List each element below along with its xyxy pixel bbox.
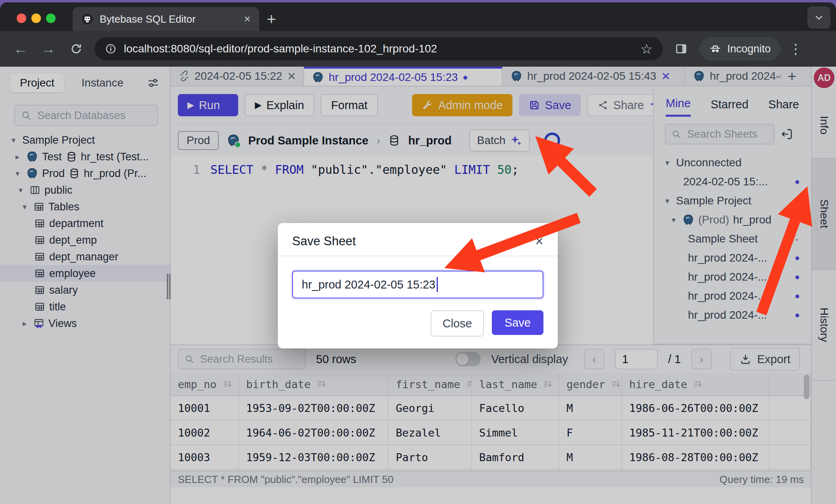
side-panel-icon[interactable] <box>675 42 688 55</box>
traffic-minimize-button[interactable] <box>31 13 41 23</box>
incognito-label: Incognito <box>727 43 771 55</box>
close-tab-icon[interactable]: × <box>244 13 250 25</box>
chevron-down-icon <box>813 12 824 23</box>
browser-navbar: ← → localhost:8080/sql-editor/prod-sampl… <box>0 31 836 67</box>
tab-search-button[interactable] <box>807 6 830 29</box>
bytebase-app: Project Instance ▾ Sample Project ▸ Test <box>0 67 836 504</box>
dialog-close-icon[interactable]: × <box>535 235 543 247</box>
url-text: localhost:8080/sql-editor/prod-sample-in… <box>124 42 437 55</box>
bytebase-favicon-icon <box>81 13 93 25</box>
save-sheet-dialog: Save Sheet × Close Save <box>278 223 558 348</box>
traffic-close-button[interactable] <box>17 13 26 23</box>
browser-chrome: Bytebase SQL Editor × + ← → localhost:80… <box>0 0 836 67</box>
back-button[interactable]: ← <box>13 40 28 57</box>
new-browser-tab-button[interactable]: + <box>267 11 276 27</box>
sheet-name-input[interactable] <box>292 271 543 298</box>
screen: Bytebase SQL Editor × + ← → localhost:80… <box>0 0 836 504</box>
url-bar[interactable]: localhost:8080/sql-editor/prod-sample-in… <box>94 37 663 60</box>
bookmark-star-icon[interactable]: ☆ <box>641 41 653 57</box>
dialog-divider <box>278 256 558 256</box>
incognito-icon <box>709 42 722 55</box>
reload-button[interactable] <box>70 42 83 55</box>
dialog-header: Save Sheet × <box>278 223 558 256</box>
dialog-title: Save Sheet <box>292 234 356 248</box>
browser-tab-title: Bytebase SQL Editor <box>100 13 238 25</box>
dialog-save-button[interactable]: Save <box>492 310 543 335</box>
browser-tab[interactable]: Bytebase SQL Editor × <box>73 7 259 31</box>
dialog-footer: Close Save <box>431 310 543 337</box>
browser-menu-icon[interactable]: ⋮ <box>789 41 803 57</box>
forward-button[interactable]: → <box>41 40 56 57</box>
incognito-badge: Incognito <box>699 37 780 61</box>
text-caret <box>437 277 438 292</box>
site-info-icon[interactable] <box>105 43 117 55</box>
traffic-zoom-button[interactable] <box>46 13 56 23</box>
browser-tabstrip: Bytebase SQL Editor × + <box>0 2 836 31</box>
dialog-close-button[interactable]: Close <box>431 310 484 337</box>
